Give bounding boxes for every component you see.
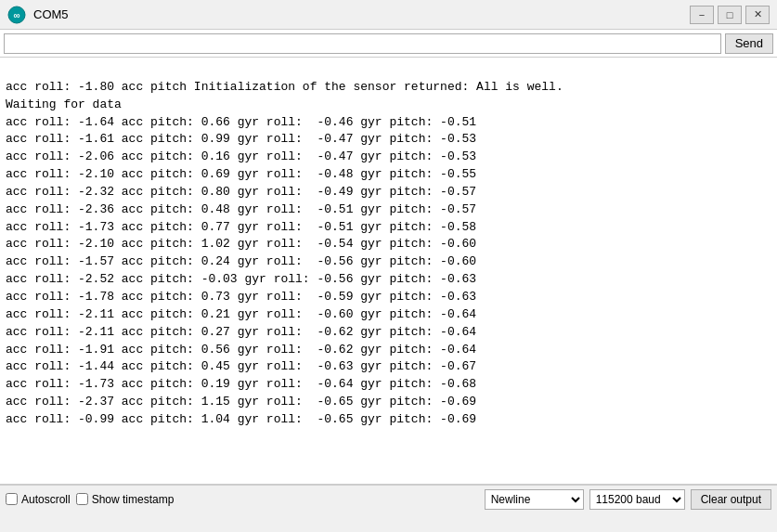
timestamp-checkbox[interactable]: [76, 493, 88, 505]
baud-select[interactable]: 300 baud1200 baud2400 baud4800 baud9600 …: [589, 489, 685, 510]
newline-select[interactable]: No line endingNewlineCarriage returnBoth…: [485, 489, 584, 510]
send-button[interactable]: Send: [725, 33, 773, 54]
output-line: acc roll: -1.57 acc pitch: 0.24 gyr roll…: [6, 253, 771, 271]
output-line: acc roll: -0.99 acc pitch: 1.04 gyr roll…: [6, 411, 771, 429]
window-controls: − □ ✕: [690, 6, 770, 24]
output-line: acc roll: -1.73 acc pitch: 0.19 gyr roll…: [6, 376, 771, 394]
output-line: acc roll: -2.06 acc pitch: 0.16 gyr roll…: [6, 149, 771, 166]
output-line: acc roll: -2.11 acc pitch: 0.27 gyr roll…: [6, 324, 771, 342]
input-bar: Send: [0, 30, 777, 58]
autoscroll-group: Autoscroll: [6, 493, 71, 506]
output-line: acc roll: -2.10 acc pitch: 0.69 gyr roll…: [6, 166, 771, 184]
autoscroll-checkbox[interactable]: [6, 493, 18, 505]
output-line: acc roll: -1.78 acc pitch: 0.73 gyr roll…: [6, 289, 771, 306]
output-line: acc roll: -1.91 acc pitch: 0.56 gyr roll…: [6, 342, 771, 359]
autoscroll-label[interactable]: Autoscroll: [21, 493, 71, 506]
timestamp-group: Show timestamp: [76, 493, 175, 506]
title-bar: ∞ COM5 − □ ✕: [0, 0, 777, 30]
timestamp-label[interactable]: Show timestamp: [92, 493, 175, 506]
app-logo: ∞: [7, 6, 26, 24]
output-line: acc roll: -2.11 acc pitch: 0.21 gyr roll…: [6, 306, 771, 324]
status-bar: Autoscroll Show timestamp No line ending…: [0, 485, 777, 513]
maximize-button[interactable]: □: [718, 6, 742, 24]
output-line: acc roll: -1.61 acc pitch: 0.99 gyr roll…: [6, 131, 771, 149]
svg-text:∞: ∞: [13, 10, 19, 20]
message-input[interactable]: [4, 33, 721, 54]
window-title: COM5: [33, 7, 690, 21]
output-line: acc roll: -2.36 acc pitch: 0.48 gyr roll…: [6, 201, 771, 219]
output-line: Waiting for data: [6, 97, 771, 114]
output-line: acc roll: -2.32 acc pitch: 0.80 gyr roll…: [6, 184, 771, 201]
output-line: acc roll: -1.80 acc pitch Initialization…: [6, 79, 771, 97]
clear-output-button[interactable]: Clear output: [691, 489, 771, 510]
output-line: acc roll: -1.73 acc pitch: 0.77 gyr roll…: [6, 219, 771, 237]
output-line: acc roll: -2.52 acc pitch: -0.03 gyr rol…: [6, 271, 771, 289]
output-area: acc roll: -1.80 acc pitch Initialization…: [0, 58, 777, 485]
close-button[interactable]: ✕: [745, 6, 770, 24]
output-line: acc roll: -2.10 acc pitch: 1.02 gyr roll…: [6, 236, 771, 253]
output-line: acc roll: -1.64 acc pitch: 0.66 gyr roll…: [6, 114, 771, 132]
output-line: acc roll: -1.44 acc pitch: 0.45 gyr roll…: [6, 358, 771, 376]
output-line: acc roll: -2.37 acc pitch: 1.15 gyr roll…: [6, 394, 771, 411]
minimize-button[interactable]: −: [690, 6, 714, 24]
